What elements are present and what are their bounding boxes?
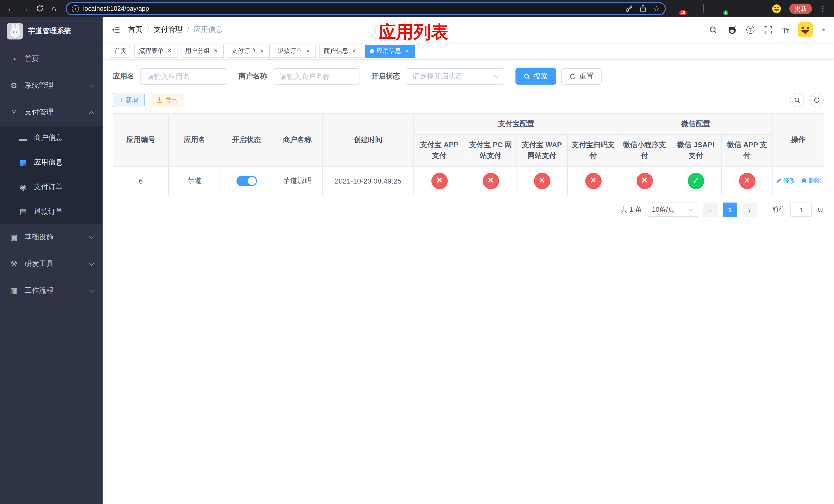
reset-button[interactable]: 重置 (561, 68, 602, 85)
user-avatar[interactable] (797, 22, 813, 38)
smiley-icon (772, 4, 781, 13)
page-number-1[interactable]: 1 (723, 203, 737, 217)
back-button[interactable]: ← (4, 2, 18, 15)
sidebar-item-infrastructure[interactable]: ▣ 基础设施 (0, 224, 103, 251)
home-button[interactable]: ⌂ (47, 2, 61, 15)
site-info-icon[interactable]: i (72, 5, 79, 12)
sidebar-item-system[interactable]: ⚙ 系统管理 (0, 72, 103, 99)
browser-menu-icon[interactable]: ⋮ (816, 4, 830, 13)
pencil-icon (776, 178, 782, 184)
dark-extension-icon[interactable] (703, 4, 712, 13)
sidebar-item-merchant-info[interactable]: ▬ 商户信息 (0, 125, 103, 150)
tab-pay-orders[interactable]: 支付订单 × (227, 44, 270, 58)
prev-page-button[interactable]: ‹ (703, 203, 718, 217)
table-row: 6 芋道 芋道源码 2021-10-23 08:49:25 (113, 166, 824, 195)
col-alipay-pc: 支付宝 PC 网站支付 (465, 134, 516, 166)
breadcrumb-home[interactable]: 首页 (128, 25, 142, 35)
next-page-button[interactable]: › (742, 203, 756, 217)
green-chat-extension-icon[interactable] (730, 4, 740, 13)
avatar-caret-icon[interactable] (822, 28, 826, 31)
goto-page-input[interactable] (790, 203, 812, 217)
cell-app-id: 6 (113, 166, 169, 195)
reload-button[interactable] (33, 2, 46, 15)
logo-avatar (7, 23, 23, 40)
tab-refund-orders[interactable]: 退款订单 × (273, 44, 316, 58)
edit-link[interactable]: 修改 (776, 176, 795, 185)
url-text[interactable]: localhost:1024/pay/app (83, 5, 621, 12)
sidebar-item-pay-orders[interactable]: ◉ 支付订单 (0, 175, 103, 200)
close-icon[interactable]: × (212, 48, 219, 54)
sidebar-item-app-info[interactable]: ▦ 应用信息 (0, 150, 103, 175)
cell-created: 2021-10-23 08:49:25 (322, 166, 414, 195)
page-size-select[interactable]: 10条/页 (647, 203, 698, 217)
chevron-up-icon (89, 111, 94, 116)
forward-button[interactable]: → (19, 2, 32, 15)
delete-link[interactable]: 删除 (802, 176, 821, 185)
refund-icon: ▤ (19, 207, 28, 216)
sidebar-item-refund-orders[interactable]: ▤ 退款订单 (0, 200, 103, 224)
help-icon[interactable]: ? (746, 26, 754, 34)
sidebar: 芋道管理系统 ◔ 首页 ⚙ 系统管理 ¥ 支付管理 (0, 17, 103, 504)
breadcrumb-payment[interactable]: 支付管理 (154, 25, 182, 35)
navbar-actions: ? TT (708, 22, 826, 38)
bookmark-star-icon[interactable]: ☆ (653, 5, 660, 12)
sidebar-item-dev-tools[interactable]: ⚒ 研发工具 (0, 251, 103, 277)
profile-extension-icon[interactable]: 1 (717, 4, 726, 13)
refresh-table-button[interactable] (809, 93, 824, 107)
col-alipay-app: 支付宝 APP 支付 (414, 134, 465, 166)
add-button[interactable]: + 新增 (113, 93, 145, 107)
status-select[interactable]: 请选择开启状态 (406, 68, 504, 85)
address-bar[interactable]: i localhost:1024/pay/app ☆ (66, 2, 666, 15)
browser-update-button[interactable]: 更新 (789, 3, 812, 14)
fullscreen-icon[interactable] (763, 25, 773, 35)
tabs-bar: 首页 流程表单 × 用户分组 × 支付订单 × 退款订单 × (103, 43, 834, 60)
tools-icon: ⚒ (9, 259, 19, 269)
browser-chrome: ← → ⌂ i localhost:1024/pay/app ☆ (0, 0, 834, 17)
tab-process-form[interactable]: 流程表单 × (134, 44, 177, 58)
header-search-icon[interactable] (708, 25, 718, 35)
infra-icon: ▣ (9, 233, 19, 242)
sidebar-item-workflow[interactable]: ▥ 工作流程 (0, 277, 103, 304)
export-button[interactable]: 导出 (150, 93, 184, 107)
extensions-puzzle-icon[interactable] (758, 4, 767, 13)
wechat-app-status-icon (739, 173, 755, 189)
chevron-down-icon (89, 82, 94, 87)
group-alipay-config: 支付宝配置 (414, 114, 619, 134)
close-icon[interactable]: × (351, 48, 357, 54)
grid-extension-icon[interactable]: 10 (675, 4, 684, 13)
merchant-name-label: 商户名称 (239, 72, 267, 81)
sidebar-logo: 芋道管理系统 (0, 17, 103, 46)
profile-badge: 1 (723, 10, 728, 15)
app-title: 芋道管理系统 (28, 27, 71, 36)
share-icon[interactable] (639, 5, 647, 12)
toggle-search-button[interactable] (790, 93, 804, 107)
enabled-switch[interactable] (236, 176, 257, 186)
close-icon[interactable]: × (404, 48, 410, 54)
chevron-down-icon (89, 288, 94, 293)
font-size-icon[interactable]: TT (782, 25, 789, 34)
sidebar-item-home[interactable]: ◔ 首页 (0, 46, 103, 72)
emoji-avatar-extension-icon[interactable] (772, 4, 781, 13)
breadcrumb: 首页 / 支付管理 / 应用信息 (128, 25, 223, 35)
drop-extension-icon[interactable] (689, 4, 698, 13)
tab-app-info[interactable]: 应用信息 × (365, 44, 415, 58)
github-icon[interactable] (727, 25, 737, 35)
goto-unit: 页 (817, 205, 824, 214)
tab-home[interactable]: 首页 (110, 44, 131, 58)
close-icon[interactable]: × (166, 48, 173, 54)
wechat-extension-icon[interactable] (744, 4, 753, 13)
trash-icon (802, 178, 807, 184)
close-icon[interactable]: × (259, 48, 265, 54)
merchant-name-input[interactable] (273, 68, 360, 85)
reload-icon (36, 5, 43, 12)
download-icon (156, 97, 162, 103)
tab-merchant-info[interactable]: 商户信息 × (319, 44, 362, 58)
tab-user-group[interactable]: 用户分组 × (180, 44, 224, 58)
col-app-id: 应用编号 (113, 114, 169, 166)
password-key-icon[interactable] (626, 5, 633, 12)
app-name-input[interactable] (140, 68, 227, 85)
close-icon[interactable]: × (305, 48, 311, 54)
sidebar-item-payment[interactable]: ¥ 支付管理 (0, 99, 103, 125)
search-button[interactable]: 搜索 (515, 68, 556, 85)
sidebar-toggle-icon[interactable] (111, 25, 121, 35)
